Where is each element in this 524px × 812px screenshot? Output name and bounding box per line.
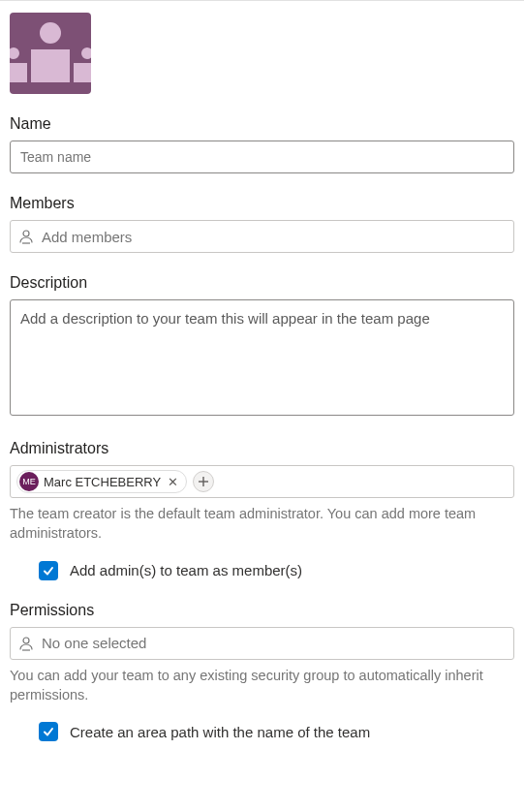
create-area-path-label: Create an area path with the name of the…	[70, 724, 370, 740]
remove-chip-icon[interactable]: ✕	[166, 475, 180, 489]
add-admins-as-members-label: Add admin(s) to team as member(s)	[70, 562, 302, 578]
create-area-path-row[interactable]: Create an area path with the name of the…	[39, 722, 514, 741]
name-field-group: Name	[10, 115, 514, 173]
permissions-placeholder: No one selected	[42, 635, 146, 651]
permissions-label: Permissions	[10, 602, 514, 619]
description-textarea[interactable]	[10, 299, 514, 416]
description-field-group: Description	[10, 274, 514, 419]
svg-point-4	[23, 638, 29, 643]
permissions-helper: You can add your team to any existing se…	[10, 666, 514, 705]
members-placeholder: Add members	[42, 229, 132, 245]
members-picker[interactable]: Add members	[10, 220, 514, 253]
svg-point-0	[23, 231, 29, 236]
add-admin-button[interactable]	[193, 471, 214, 492]
permissions-field-group: Permissions No one selected	[10, 602, 514, 660]
add-admins-as-members-row[interactable]: Add admin(s) to team as member(s)	[39, 561, 514, 580]
admin-chip-label: Marc ETCHEBERRY	[44, 475, 161, 489]
team-avatar[interactable]	[10, 13, 91, 94]
check-icon	[43, 565, 54, 577]
name-label: Name	[10, 115, 514, 133]
plus-icon	[199, 477, 208, 486]
add-admins-as-members-checkbox[interactable]	[39, 561, 58, 580]
admin-chip: ME Marc ETCHEBERRY ✕	[16, 470, 187, 493]
members-field-group: Members Add members	[10, 195, 514, 253]
administrators-helper: The team creator is the default team adm…	[10, 504, 514, 544]
create-area-path-checkbox[interactable]	[39, 722, 58, 741]
permissions-picker[interactable]: No one selected	[10, 627, 514, 660]
person-icon	[18, 636, 34, 651]
description-label: Description	[10, 274, 514, 292]
administrators-picker[interactable]: ME Marc ETCHEBERRY ✕	[10, 465, 514, 498]
members-label: Members	[10, 195, 514, 212]
person-icon	[18, 229, 34, 244]
name-input[interactable]	[10, 141, 514, 173]
administrators-label: Administrators	[10, 440, 514, 457]
administrators-field-group: Administrators ME Marc ETCHEBERRY ✕	[10, 440, 514, 498]
check-icon	[43, 726, 54, 737]
avatar: ME	[19, 472, 39, 491]
